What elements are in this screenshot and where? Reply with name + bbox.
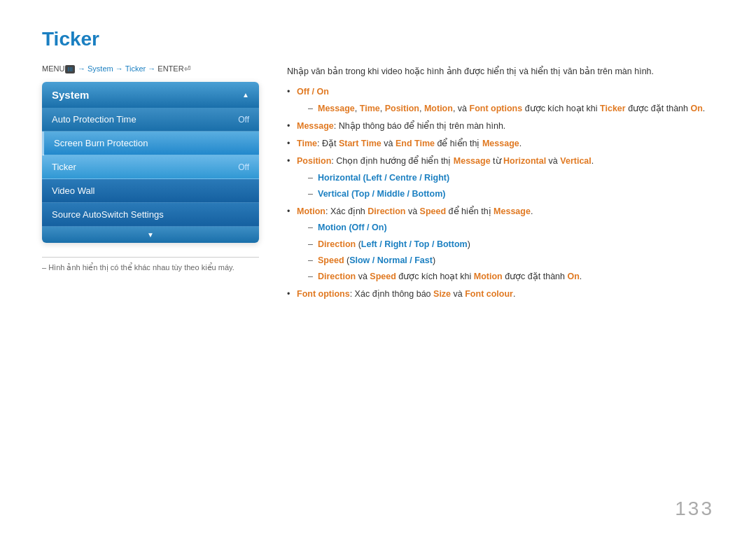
menu-scroll-down[interactable]: ▼ xyxy=(42,227,259,243)
menu-header: System ▲ xyxy=(42,82,259,108)
menu-path: MENUIII → System → Ticker → ENTER⏎ xyxy=(42,64,259,73)
sub-motion-off-on: Motion (Off / On) xyxy=(308,220,714,235)
sub-horizontal: Horizontal (Left / Centre / Right) xyxy=(308,171,714,185)
menu-item-video-wall[interactable]: Video Wall xyxy=(42,179,259,203)
bullet-font-options: Font options: Xác định thông báo Size và… xyxy=(287,287,714,302)
sub-vertical: Vertical (Top / Middle / Bottom) xyxy=(308,187,714,202)
sub-direction-note: Direction và Speed được kích hoạt khi Mo… xyxy=(308,269,714,284)
content-list: Off / On Message, Time, Position, Motion… xyxy=(287,85,714,302)
footnote: – Hình ảnh hiển thị có thể khác nhau tùy… xyxy=(42,257,259,272)
arrow-up-icon: ▲ xyxy=(242,91,249,99)
menu-item-screen-burn[interactable]: Screen Burn Protection xyxy=(42,132,259,155)
bullet-motion: Motion: Xác định Direction và Speed để h… xyxy=(287,204,714,284)
bullet-off-on: Off / On Message, Time, Position, Motion… xyxy=(287,85,714,116)
bullet-time: Time: Đặt Start Time và End Time để hiển… xyxy=(287,136,714,151)
page-number: 133 xyxy=(675,498,714,520)
sub-off-on-message: Message, Time, Position, Motion, và Font… xyxy=(308,101,714,116)
system-menu: System ▲ Auto Protection Time Off Screen… xyxy=(42,82,259,243)
bullet-message: Message: Nhập thông báo để hiển thị trên… xyxy=(287,119,714,134)
intro-text: Nhập văn bản trong khi video hoặc hình ả… xyxy=(287,64,714,79)
sub-speed: Speed (Slow / Normal / Fast) xyxy=(308,253,714,268)
bullet-position: Position: Chọn định hướng để hiển thị Me… xyxy=(287,154,714,202)
menu-item-ticker[interactable]: Ticker Off xyxy=(42,155,259,179)
menu-item-source-autoswitch[interactable]: Source AutoSwitch Settings xyxy=(42,203,259,227)
page-title: Ticker xyxy=(42,28,714,50)
sub-direction: Direction (Left / Right / Top / Bottom) xyxy=(308,237,714,252)
menu-item-auto-protection[interactable]: Auto Protection Time Off xyxy=(42,108,259,132)
